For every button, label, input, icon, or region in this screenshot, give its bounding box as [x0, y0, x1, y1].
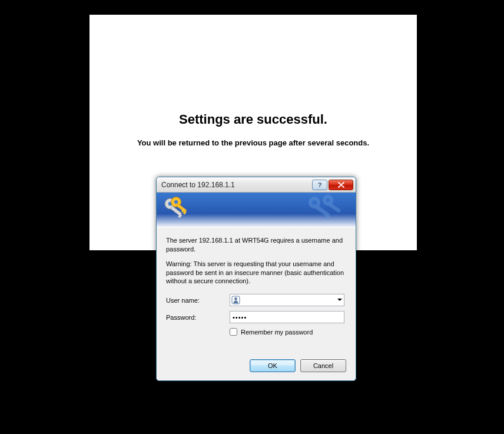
close-icon — [338, 182, 344, 188]
keys-background-icon — [306, 194, 347, 224]
button-row: OK Cancel — [157, 359, 356, 380]
page-heading: Settings are successful. — [89, 112, 417, 127]
server-message: The server 192.168.1.1 at WRT54G require… — [166, 236, 346, 254]
close-button[interactable] — [329, 180, 353, 190]
username-input[interactable] — [230, 294, 344, 306]
remember-label: Remember my password — [241, 329, 313, 336]
remember-checkbox[interactable] — [230, 328, 237, 336]
banner — [157, 193, 356, 228]
username-row: User name: — [166, 294, 346, 306]
password-row: Password: — [166, 311, 346, 323]
cancel-button[interactable]: Cancel — [300, 359, 346, 372]
warning-message: Warning: This server is requesting that … — [166, 260, 346, 286]
ok-button[interactable]: OK — [250, 359, 296, 372]
auth-dialog: Connect to 192.168.1.1 ? — [156, 177, 356, 381]
remember-row: Remember my password — [230, 328, 346, 336]
username-label: User name: — [166, 297, 230, 304]
password-label: Password: — [166, 314, 230, 321]
keys-icon — [164, 196, 190, 222]
dialog-content: The server 192.168.1.1 at WRT54G require… — [157, 228, 356, 359]
svg-point-12 — [174, 200, 178, 204]
svg-rect-6 — [329, 203, 341, 213]
help-button[interactable]: ? — [312, 180, 327, 190]
password-input[interactable] — [230, 311, 344, 323]
svg-point-1 — [312, 200, 317, 205]
svg-point-5 — [326, 198, 330, 203]
svg-point-17 — [234, 297, 237, 300]
user-icon — [231, 296, 240, 304]
titlebar[interactable]: Connect to 192.168.1.1 ? — [157, 177, 356, 193]
dialog-title: Connect to 192.168.1.1 — [161, 181, 312, 189]
help-icon: ? — [318, 181, 322, 188]
page-subheading: You will be returned to the previous pag… — [89, 138, 417, 147]
username-combo[interactable] — [230, 294, 344, 306]
